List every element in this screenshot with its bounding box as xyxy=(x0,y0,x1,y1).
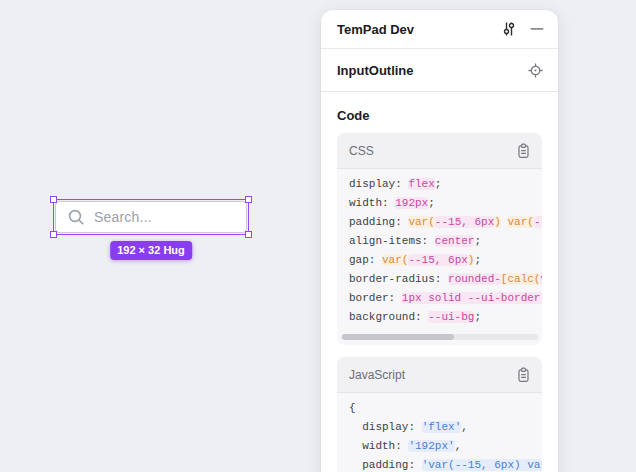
tempad-dev-panel: TemPad Dev InputOutline xyxy=(321,10,558,472)
css-code: display: flex;width: 192px;padding: var(… xyxy=(337,169,542,345)
resize-handle-bottom-right[interactable] xyxy=(245,231,252,238)
search-input[interactable]: Search... xyxy=(55,201,247,233)
css-card-header: CSS xyxy=(337,133,542,169)
css-card-label: CSS xyxy=(349,144,516,158)
preferences-sliders-icon[interactable] xyxy=(501,21,517,37)
code-line: display: 'flex', xyxy=(349,418,542,437)
resize-handle-bottom-left[interactable] xyxy=(50,231,57,238)
input-outline-component[interactable]: Search... 192 × 32 Hug xyxy=(55,201,247,233)
code-line: align-items: center; xyxy=(349,232,542,251)
javascript-card-header: JavaScript xyxy=(337,357,542,393)
javascript-code-card: JavaScript { display: 'flex', width: '19… xyxy=(337,357,542,472)
code-line: width: 192px; xyxy=(349,194,542,213)
javascript-code: { display: 'flex', width: '192px', paddi… xyxy=(337,393,542,472)
code-line: { xyxy=(349,399,542,418)
panel-header: TemPad Dev xyxy=(321,10,558,49)
css-code-card: CSS display: flex;width: 192px;padding: … xyxy=(337,133,542,345)
minimize-icon[interactable] xyxy=(530,22,544,36)
size-badge: 192 × 32 Hug xyxy=(110,241,192,260)
figma-canvas[interactable]: { "canvas": { "component": { "placeholde… xyxy=(0,0,636,472)
code-line: gap: var(--15, 6px); xyxy=(349,251,542,270)
code-line: padding: 'var(--15, 6px) var(--15, 6px)'… xyxy=(349,456,542,472)
selected-node-row: InputOutline xyxy=(321,49,558,92)
code-line: padding: var(--15, 6px) var(--15, 6px); xyxy=(349,213,542,232)
code-line: display: flex; xyxy=(349,175,542,194)
search-icon xyxy=(67,208,85,226)
copy-clipboard-icon[interactable] xyxy=(516,143,531,159)
locate-crosshair-icon[interactable] xyxy=(528,63,543,78)
resize-handle-top-left[interactable] xyxy=(50,196,57,203)
code-line: border: 1px solid --ui-border-variant; xyxy=(349,289,542,308)
scrollbar-thumb[interactable] xyxy=(342,334,454,340)
code-line: border-radius: rounded-[calc(var(--15, 6… xyxy=(349,270,542,289)
code-line: width: '192px', xyxy=(349,437,542,456)
code-section-title: Code xyxy=(337,108,542,123)
javascript-card-label: JavaScript xyxy=(349,368,516,382)
selected-node-name: InputOutline xyxy=(337,63,528,78)
panel-body: Code CSS display: flex;width: 192px;padd… xyxy=(321,108,558,472)
panel-title: TemPad Dev xyxy=(337,22,501,37)
search-placeholder: Search... xyxy=(94,209,152,225)
copy-clipboard-icon[interactable] xyxy=(516,367,531,383)
horizontal-scrollbar xyxy=(341,334,538,340)
code-line: background: --ui-bg; xyxy=(349,308,542,327)
resize-handle-top-right[interactable] xyxy=(245,196,252,203)
